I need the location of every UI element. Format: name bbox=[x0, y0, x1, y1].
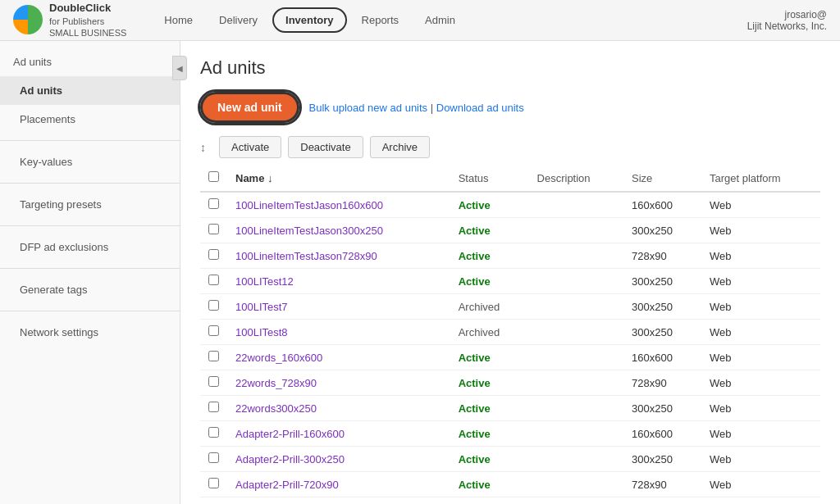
row-platform: Web bbox=[701, 320, 820, 345]
new-ad-unit-button[interactable]: New ad unit bbox=[200, 92, 299, 123]
row-name: 100LineItemTestJason160x600 bbox=[227, 192, 450, 218]
row-platform: Web bbox=[701, 370, 820, 396]
row-name-link[interactable]: 100LITest12 bbox=[235, 275, 294, 288]
table-row: 22words_160x600Active160x600Web bbox=[200, 345, 820, 370]
table-row: Adapter2-Prill-720x90Active728x90Web bbox=[200, 472, 820, 497]
row-platform: Web bbox=[701, 218, 820, 243]
user-company: Lijit Networks, Inc. bbox=[747, 20, 827, 32]
nav-item-delivery[interactable]: Delivery bbox=[208, 7, 269, 33]
table-row: 22words300x250Active300x250Web bbox=[200, 396, 820, 421]
row-checkbox-col bbox=[200, 421, 227, 447]
sidebar-section-ad-units[interactable]: Ad units bbox=[0, 48, 180, 76]
nav-item-inventory[interactable]: Inventory bbox=[272, 7, 347, 33]
row-name-link[interactable]: Adapter2-Prill-160x600 bbox=[235, 428, 345, 440]
row-checkbox-col bbox=[200, 243, 227, 269]
row-status: Active bbox=[450, 396, 529, 421]
row-size: 728x90 bbox=[623, 472, 701, 497]
page-title: Ad units bbox=[200, 57, 820, 79]
header-left: DoubleClick for Publishers SMALL BUSINES… bbox=[13, 2, 467, 39]
row-name: 100LITest8 bbox=[227, 320, 450, 345]
row-checkbox[interactable] bbox=[208, 300, 219, 311]
row-description bbox=[529, 421, 624, 447]
layout: ◀ Ad units Ad units Placements Key-value… bbox=[0, 41, 840, 504]
row-name-link[interactable]: 100LITest7 bbox=[235, 301, 288, 313]
row-name-link[interactable]: 100LineItemTestJason300x250 bbox=[235, 225, 383, 237]
nav-item-reports[interactable]: Reports bbox=[350, 7, 411, 33]
row-name-link[interactable]: 22words300x250 bbox=[235, 402, 317, 415]
col-platform[interactable]: Target platform bbox=[701, 165, 820, 192]
row-checkbox[interactable] bbox=[208, 325, 219, 336]
row-name: Adapter2-Prill-300x250 bbox=[227, 447, 450, 472]
nav-item-home[interactable]: Home bbox=[153, 7, 204, 33]
row-platform: Web bbox=[701, 294, 820, 320]
row-size: 300x250 bbox=[623, 447, 701, 472]
row-platform: Web bbox=[701, 269, 820, 294]
activate-button[interactable]: Activate bbox=[219, 136, 281, 158]
row-checkbox[interactable] bbox=[208, 224, 219, 234]
col-description[interactable]: Description bbox=[529, 165, 624, 192]
table-row: Adapter2-Prill-300x250Active300x250Web bbox=[200, 447, 820, 472]
row-platform: Web bbox=[701, 396, 820, 421]
row-description bbox=[529, 320, 624, 345]
row-checkbox[interactable] bbox=[208, 376, 219, 387]
row-name-link[interactable]: 100LineItemTestJason160x600 bbox=[235, 199, 383, 211]
row-name-link[interactable]: 22words_160x600 bbox=[235, 352, 322, 364]
row-name: 100LineItemTestJason728x90 bbox=[227, 243, 450, 269]
row-name-link[interactable]: Adapter2-Prill-720x90 bbox=[235, 479, 339, 491]
sidebar: ◀ Ad units Ad units Placements Key-value… bbox=[0, 41, 180, 504]
row-status: Active bbox=[450, 218, 529, 243]
row-checkbox[interactable] bbox=[208, 478, 219, 488]
deactivate-button[interactable]: Deactivate bbox=[288, 136, 363, 158]
table-row: 100LITest8Archived300x250Web bbox=[200, 320, 820, 345]
row-checkbox[interactable] bbox=[208, 402, 219, 412]
row-name-link[interactable]: 22words_728x90 bbox=[235, 377, 317, 389]
sidebar-item-placements[interactable]: Placements bbox=[0, 105, 180, 134]
toolbar-separator: | bbox=[431, 102, 433, 114]
col-name[interactable]: Name bbox=[227, 165, 450, 192]
col-size[interactable]: Size bbox=[623, 165, 701, 192]
sidebar-item-ad-units[interactable]: Ad units bbox=[0, 76, 180, 105]
row-description bbox=[529, 192, 624, 218]
row-status: Active bbox=[450, 421, 529, 447]
download-ad-units-link[interactable]: Download ad units bbox=[436, 102, 524, 114]
archive-button[interactable]: Archive bbox=[370, 136, 430, 158]
row-checkbox[interactable] bbox=[208, 452, 219, 463]
row-checkbox-col bbox=[200, 345, 227, 370]
row-name-link[interactable]: 100LineItemTestJason728x90 bbox=[235, 250, 377, 262]
row-name: 100LITest12 bbox=[227, 269, 450, 294]
row-checkbox[interactable] bbox=[208, 351, 219, 361]
header-checkbox-col bbox=[200, 165, 227, 192]
col-status[interactable]: Status bbox=[450, 165, 529, 192]
row-size: 728x90 bbox=[623, 370, 701, 396]
row-size: 300x250 bbox=[623, 320, 701, 345]
row-checkbox-col bbox=[200, 269, 227, 294]
sidebar-item-network-settings[interactable]: Network settings bbox=[0, 318, 180, 347]
row-description bbox=[529, 218, 624, 243]
logo-badge: SMALL BUSINESS bbox=[49, 27, 126, 39]
ad-units-table: Name Status Description Size Target plat… bbox=[200, 165, 820, 497]
sidebar-item-targeting-presets[interactable]: Targeting presets bbox=[0, 190, 180, 219]
bulk-upload-link[interactable]: Bulk upload new ad units bbox=[309, 102, 428, 114]
row-name: 22words300x250 bbox=[227, 396, 450, 421]
sidebar-item-key-values[interactable]: Key-values bbox=[0, 148, 180, 176]
row-name-link[interactable]: Adapter2-Prill-300x250 bbox=[235, 453, 345, 465]
row-status: Active bbox=[450, 243, 529, 269]
row-platform: Web bbox=[701, 421, 820, 447]
row-name-link[interactable]: 100LITest8 bbox=[235, 326, 288, 338]
row-checkbox[interactable] bbox=[208, 275, 219, 285]
row-size: 160x600 bbox=[623, 345, 701, 370]
sidebar-item-generate-tags[interactable]: Generate tags bbox=[0, 275, 180, 304]
row-name: 22words_160x600 bbox=[227, 345, 450, 370]
row-status: Active bbox=[450, 447, 529, 472]
nav-item-admin[interactable]: Admin bbox=[413, 7, 467, 33]
logo: DoubleClick for Publishers SMALL BUSINES… bbox=[13, 2, 126, 39]
select-all-checkbox[interactable] bbox=[208, 171, 219, 182]
sidebar-item-dfp-exclusions[interactable]: DFP ad exclusions bbox=[0, 233, 180, 261]
sidebar-collapse-button[interactable]: ◀ bbox=[172, 56, 187, 80]
row-checkbox[interactable] bbox=[208, 249, 219, 260]
table-row: 100LineItemTestJason160x600Active160x600… bbox=[200, 192, 820, 218]
main-nav: Home Delivery Inventory Reports Admin bbox=[153, 7, 467, 33]
row-checkbox-col bbox=[200, 447, 227, 472]
row-checkbox[interactable] bbox=[208, 198, 219, 209]
row-checkbox[interactable] bbox=[208, 427, 219, 438]
